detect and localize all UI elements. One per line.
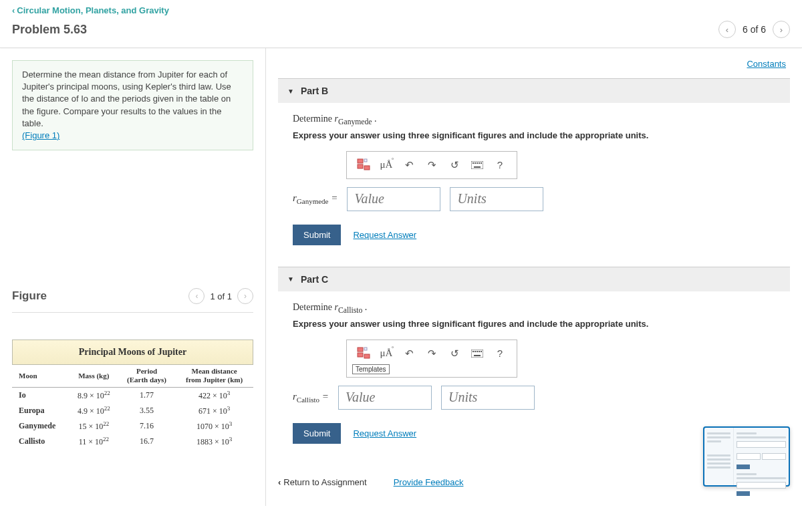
next-problem-button[interactable]: › [773,21,790,38]
chevron-left-icon: ‹ [278,477,281,487]
constants-link[interactable]: Constants [747,59,786,69]
figure-prev-button[interactable]: ‹ [188,288,205,304]
part-c-submit-button[interactable]: Submit [293,423,341,444]
table-title: Principal Moons of Jupiter [12,340,253,365]
part-c-toolbar: μÅ ↶ ↷ ↺ ? Templates [346,340,517,378]
figure-title: Figure [12,289,47,303]
problem-pager: ‹ 6 of 6 › [718,21,790,38]
part-b-header[interactable]: ▼ Part B [278,79,790,103]
part-c-header[interactable]: ▼ Part C [278,267,790,291]
svg-rect-3 [364,166,370,170]
svg-rect-8 [479,162,480,164]
part-b-units-input[interactable] [450,187,543,211]
reset-button[interactable]: ↺ [443,156,466,174]
part-b-instruction: Express your answer using three signific… [293,130,775,140]
part-b-value-input[interactable] [347,187,440,211]
svg-rect-19 [479,351,480,352]
undo-button[interactable]: ↶ [398,344,420,363]
redo-button[interactable]: ↷ [420,156,443,174]
figure-link[interactable]: (Figure 1) [22,130,59,140]
prev-problem-button[interactable]: ‹ [718,21,736,38]
part-c-request-answer[interactable]: Request Answer [353,428,416,438]
chevron-left-icon: ‹ [12,5,15,15]
keyboard-button[interactable] [466,344,489,363]
part-c-determine: Determine rCallisto . [293,302,775,315]
templates-button[interactable] [352,156,375,174]
provide-feedback-link[interactable]: Provide Feedback [394,477,464,487]
part-b-determine: Determine rGanymede . [293,114,775,126]
part-b-toolbar: μÅ ↶ ↷ ↺ ? [346,151,517,179]
table-row: Europa 4.9 × 1022 3.55 671 × 103 [12,403,253,418]
help-button[interactable]: ? [489,156,511,174]
svg-rect-17 [475,351,476,352]
part-b-request-answer[interactable]: Request Answer [353,230,416,240]
templates-button[interactable] [352,344,375,363]
svg-rect-13 [358,353,363,357]
part-c-value-input[interactable] [338,386,432,410]
breadcrumb-label: Circular Motion, Planets, and Gravity [17,5,169,15]
reset-button[interactable]: ↺ [443,344,466,363]
col-mass: Mass (kg) [70,365,118,387]
part-c-lhs: rCallisto = [293,391,329,404]
help-button[interactable]: ? [489,344,511,363]
part-b-submit-button[interactable]: Submit [293,225,341,245]
svg-rect-4 [471,161,483,169]
special-chars-button[interactable]: μÅ [375,344,398,363]
special-chars-button[interactable]: μÅ [375,156,398,174]
svg-rect-15 [471,350,483,358]
svg-rect-10 [474,166,481,168]
svg-rect-16 [473,351,474,352]
table-row: Callisto 11 × 1022 16.7 1883 × 103 [12,434,253,449]
problem-prompt: Determine the mean distance from Jupiter… [12,60,253,150]
[interactable]: ‹Return to Assignment [278,477,367,487]
templates-tooltip: Templates [352,364,390,374]
prompt-text: Determine the mean distance from Jupiter… [22,70,231,128]
pager-label: 6 of 6 [743,24,766,35]
constants-link-row: Constants [278,52,790,78]
page-title: Problem 5.63 [12,23,87,37]
part-b-label: Part B [301,86,328,96]
col-period: Period(Earth days) [118,365,175,387]
part-c-label: Part C [301,274,328,285]
redo-button[interactable]: ↷ [420,344,443,363]
svg-rect-7 [477,162,478,164]
svg-rect-12 [364,348,367,350]
undo-button[interactable]: ↶ [398,156,420,174]
svg-rect-0 [358,159,363,163]
figure-pager-label: 1 of 1 [210,291,232,301]
svg-rect-1 [364,159,367,162]
figure-next-button[interactable]: › [237,288,253,304]
col-dist: Mean distancefrom Jupiter (km) [175,365,253,387]
svg-rect-9 [481,162,482,164]
svg-rect-5 [473,162,474,164]
chevron-down-icon: ▼ [287,275,294,283]
svg-rect-11 [358,348,363,352]
part-b-lhs: rGanymede = [293,192,338,205]
svg-rect-21 [474,355,481,356]
chevron-down-icon: ▼ [287,88,294,95]
page-thumbnail[interactable] [703,426,790,487]
moons-table: Principal Moons of Jupiter Moon Mass (kg… [12,340,253,448]
svg-rect-20 [481,351,482,352]
part-c-units-input[interactable] [441,386,535,410]
col-moon: Moon [12,365,70,387]
table-row: Ganymede 15 × 1022 7.16 1070 × 103 [12,418,253,434]
svg-rect-6 [475,162,476,164]
svg-rect-18 [477,351,478,352]
keyboard-button[interactable] [466,156,489,174]
part-c-instruction: Express your answer using three signific… [293,319,775,329]
breadcrumb[interactable]: ‹Circular Motion, Planets, and Gravity [12,5,169,15]
svg-rect-14 [364,354,370,358]
table-row: Io 8.9 × 1022 1.77 422 × 103 [12,387,253,403]
svg-rect-2 [358,164,363,168]
